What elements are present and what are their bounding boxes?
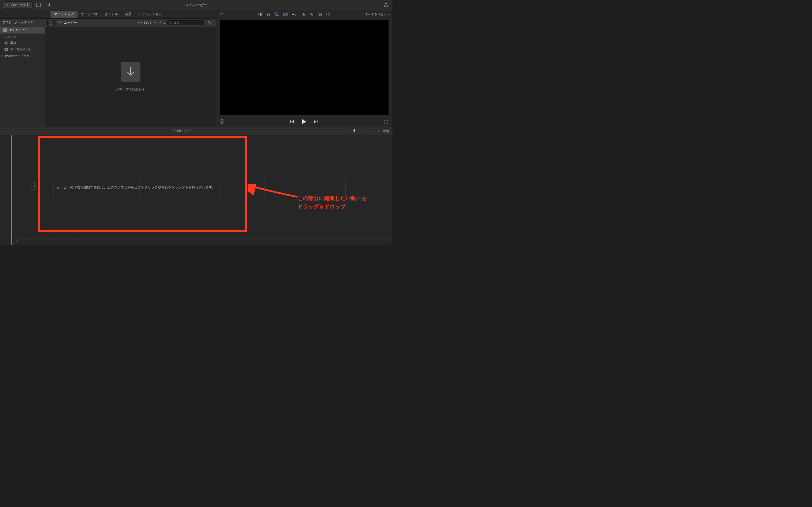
browser-settings-button[interactable] <box>206 20 213 26</box>
film-icon <box>30 182 36 190</box>
noise-reduction-button[interactable] <box>301 12 305 16</box>
time-total: 00:00 <box>184 129 192 133</box>
sidebar-header-library: ライブラリ <box>0 34 45 40</box>
svg-point-16 <box>5 43 6 44</box>
svg-line-22 <box>171 23 172 24</box>
flower-icon <box>4 41 8 45</box>
inspector-bar: すべてをリセット <box>216 10 393 18</box>
arrow-down-icon <box>126 66 135 77</box>
tab-audio[interactable]: オーディオ <box>78 11 101 18</box>
clapperboard-icon <box>3 29 7 32</box>
svg-rect-3 <box>37 6 37 6</box>
media-browser: マイムービー すべてのクリップ <box>45 18 216 127</box>
svg-rect-4 <box>40 4 40 4</box>
time-current: 00:00 <box>172 129 181 133</box>
volume-button[interactable] <box>292 12 297 16</box>
sidebar-item-label: iMovieライブラリ <box>5 54 30 58</box>
import-label: メディアを読み込む <box>115 87 146 92</box>
color-correction-button[interactable] <box>266 12 271 17</box>
svg-rect-37 <box>328 14 328 15</box>
annotation-text: この部分に編集したい動画を ドラッグ＆ドロップ <box>297 194 367 211</box>
tab-my-media[interactable]: マイメディア <box>50 11 78 18</box>
svg-rect-19 <box>49 21 53 24</box>
svg-rect-43 <box>31 185 31 186</box>
media-title: マイムービー <box>57 20 77 25</box>
playhead-marker-icon <box>10 135 13 135</box>
search-input[interactable] <box>173 21 202 24</box>
svg-rect-6 <box>40 6 40 6</box>
svg-rect-45 <box>31 187 31 188</box>
crop-button[interactable] <box>274 12 279 17</box>
back-label: プロジェクト <box>9 3 30 7</box>
svg-text:♪: ♪ <box>41 4 42 7</box>
color-balance-button[interactable] <box>258 12 262 17</box>
svg-point-9 <box>6 43 7 43</box>
sidebar-item-label: マイムービー <box>9 28 28 32</box>
svg-rect-42 <box>31 183 31 184</box>
sidebar-item-all-events[interactable]: すべてのイベント <box>0 46 45 53</box>
search-field[interactable] <box>167 20 204 25</box>
svg-rect-30 <box>283 13 287 15</box>
import-button[interactable] <box>46 2 53 8</box>
timeline-settings-button[interactable]: 設定 <box>383 129 389 133</box>
sidebar-toggle-button[interactable] <box>47 20 55 26</box>
stabilization-button[interactable] <box>283 12 288 16</box>
svg-point-14 <box>5 42 6 43</box>
svg-rect-8 <box>3 29 7 32</box>
sidebar-item-label: すべてのイベント <box>10 47 35 52</box>
svg-point-21 <box>169 22 171 23</box>
window-title: マイムービー <box>132 3 260 8</box>
upper-area: マイメディア オーディオ タイトル 背景 トランジション プロジェクトメディア … <box>0 10 393 127</box>
svg-rect-38 <box>221 119 223 122</box>
play-button[interactable] <box>301 119 306 124</box>
search-icon <box>169 21 172 24</box>
svg-point-25 <box>220 12 221 13</box>
svg-point-13 <box>7 43 8 43</box>
clip-filter-dropdown[interactable]: すべてのクリップ <box>137 20 165 25</box>
svg-point-24 <box>220 13 220 14</box>
import-media-dropzone[interactable] <box>121 62 140 82</box>
star-icon <box>4 48 8 51</box>
media-library-button[interactable]: ♪ <box>36 2 43 8</box>
audio-track-placeholder <box>14 238 390 243</box>
reset-all-button[interactable]: すべてをリセット <box>365 12 390 17</box>
svg-point-12 <box>5 43 6 43</box>
media-tabs: マイメディア オーディオ タイトル 背景 トランジション <box>0 10 216 18</box>
sidebar-header-project-media: プロジェクトメディア <box>0 18 45 26</box>
tab-backgrounds[interactable]: 背景 <box>121 11 135 18</box>
speed-button[interactable] <box>309 12 313 17</box>
enhance-button[interactable] <box>219 12 223 17</box>
video-viewer[interactable] <box>220 20 389 115</box>
svg-rect-49 <box>34 187 35 188</box>
tab-titles[interactable]: タイトル <box>101 11 121 18</box>
timeline-drop-hint: ムービーの作成を開始するには、上のブラウザからビデオクリップや写真をドラッグ＆ド… <box>56 185 215 190</box>
music-note-icon: ♪ <box>15 239 17 243</box>
sidebar-item-my-movie[interactable]: マイムービー <box>0 26 45 34</box>
back-to-projects-button[interactable]: プロジェクト <box>3 1 33 8</box>
svg-rect-46 <box>34 183 35 184</box>
sidebar-item-photos[interactable]: 写真 <box>0 40 45 46</box>
zoom-slider[interactable] <box>350 129 378 132</box>
svg-rect-39 <box>290 120 291 123</box>
clip-filter-button[interactable] <box>317 12 322 16</box>
svg-rect-44 <box>31 186 31 187</box>
clip-placeholder <box>223 180 262 197</box>
timeline[interactable]: ムービーの作成を開始するには、上のブラウザからビデオクリップや写真をドラッグ＆ド… <box>0 135 393 245</box>
timeline-header: 00:00 / 00:00 設定 <box>0 127 393 135</box>
svg-rect-2 <box>37 5 37 5</box>
playback-bar <box>216 117 393 127</box>
svg-point-23 <box>209 22 211 23</box>
share-button[interactable] <box>382 2 390 8</box>
svg-rect-1 <box>37 4 37 4</box>
voiceover-button[interactable] <box>220 119 224 124</box>
tab-transitions[interactable]: トランジション <box>135 11 165 18</box>
next-button[interactable] <box>313 120 318 124</box>
svg-point-36 <box>328 13 328 14</box>
top-toolbar: プロジェクト ♪ マイムービー <box>0 0 393 10</box>
svg-point-15 <box>6 42 7 43</box>
svg-rect-40 <box>317 120 317 123</box>
prev-button[interactable] <box>290 120 295 124</box>
info-button[interactable] <box>326 12 331 17</box>
sidebar-item-imovie-library[interactable]: iMovieライブラリ <box>0 53 45 59</box>
fullscreen-button[interactable] <box>384 119 389 124</box>
